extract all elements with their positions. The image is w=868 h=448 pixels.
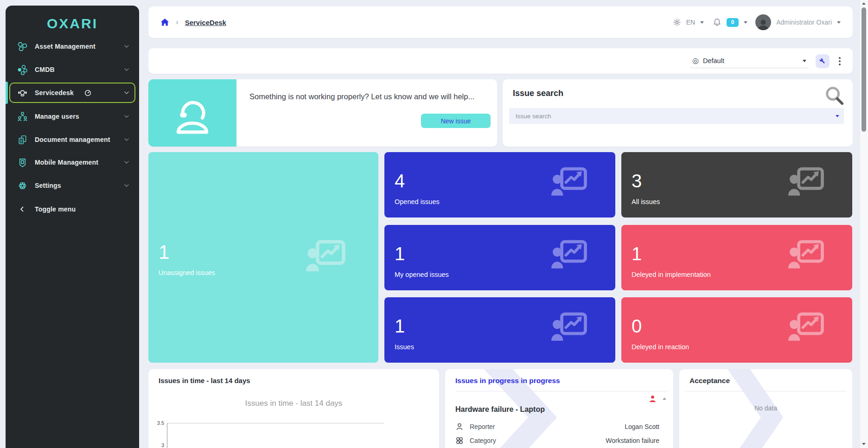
- tile-all-issues[interactable]: 3 All issues: [621, 152, 852, 218]
- sidebar-item-asset-management[interactable]: Asset Management: [10, 36, 134, 57]
- chevron-down-icon: [803, 60, 806, 62]
- app-window: OXARI Asset Management CMDB: [0, 0, 868, 448]
- sidebar-item-label: Settings: [35, 182, 61, 189]
- sidebar-item-label: CMDB: [35, 66, 55, 73]
- hexagon-cluster-icon: [17, 41, 28, 52]
- issues-in-time-card: Issues in time - last 14 days Issues in …: [148, 369, 439, 448]
- issue-search-title: Issue search: [513, 89, 563, 98]
- person-presentation-icon: [551, 240, 587, 269]
- tile-delayed-in-implementation[interactable]: 1 Deleyed in implementation: [621, 225, 852, 290]
- line-chart-plot-area: [167, 423, 384, 448]
- notification-count-badge: 0: [727, 18, 739, 27]
- tile-value: 1: [395, 243, 405, 264]
- issue-search-input[interactable]: [515, 112, 832, 120]
- person-presentation-icon: [788, 240, 824, 269]
- page-scrollbar[interactable]: [860, 0, 868, 448]
- chart-card-title: Issues in time - last 14 days: [159, 377, 250, 384]
- sidebar-item-cmdb[interactable]: CMDB: [10, 59, 134, 80]
- breadcrumb-current-page[interactable]: ServiceDesk: [185, 19, 226, 26]
- chevron-down-icon: [124, 161, 129, 164]
- tile-label: Issues: [395, 343, 414, 351]
- tile-value: 3: [632, 171, 642, 192]
- chevron-down-icon[interactable]: [837, 21, 841, 24]
- nodes-icon: [17, 64, 28, 75]
- tile-value: 1: [395, 316, 405, 337]
- chevron-down-icon: [124, 68, 129, 71]
- issues-in-progress-card: Issues in progress in progress Hardware …: [445, 369, 673, 448]
- chevron-down-icon: [124, 184, 129, 187]
- assignee-person-icon[interactable]: [649, 395, 657, 405]
- tile-value: 0: [632, 316, 642, 337]
- field-label: Reporter: [470, 423, 495, 430]
- scroll-up-arrow[interactable]: [862, 2, 866, 5]
- sidebar: OXARI Asset Management CMDB: [6, 6, 139, 448]
- sort-caret-icon[interactable]: [663, 397, 666, 400]
- issue-field-row: Reporter Logan Scott: [455, 421, 659, 432]
- home-icon[interactable]: [160, 18, 169, 26]
- sidebar-item-label: Mobile Management: [35, 159, 98, 166]
- sidebar-item-document-management[interactable]: Document management: [10, 129, 134, 150]
- settings-gear-icon[interactable]: [673, 18, 681, 26]
- helper-message: Something is not working properly? Let u…: [249, 92, 497, 101]
- toggle-menu-button[interactable]: Toggle menu: [10, 199, 134, 219]
- person-presentation-icon: [551, 167, 587, 196]
- divider: [685, 391, 847, 391]
- search-icon: [824, 85, 845, 108]
- kebab-menu-icon[interactable]: [837, 55, 842, 67]
- category-circles-icon: [455, 436, 464, 445]
- sidebar-item-settings[interactable]: Settings: [10, 175, 134, 196]
- tile-label: Deleyed in reaction: [632, 343, 689, 351]
- sidebar-item-servicedesk[interactable]: Servicedesk: [9, 83, 135, 103]
- sidebar-item-mobile-management[interactable]: Mobile Management: [10, 152, 134, 173]
- bullseye-icon: ◎: [692, 57, 699, 64]
- scroll-down-arrow[interactable]: [862, 443, 866, 445]
- sidebar-item-label: Manage users: [35, 113, 79, 120]
- chevron-down-icon[interactable]: [836, 115, 839, 117]
- gauge-icon: [84, 90, 91, 96]
- person-outline-icon: [455, 422, 464, 431]
- users-group-icon: [17, 111, 28, 122]
- tile-value: 4: [395, 171, 405, 192]
- tile-label: All issues: [632, 198, 660, 205]
- chevron-left-icon: [17, 205, 28, 213]
- new-issue-button[interactable]: New issue: [421, 114, 491, 128]
- sidebar-item-manage-users[interactable]: Manage users: [10, 106, 134, 127]
- chevron-down-icon: [124, 91, 129, 94]
- chevron-down-icon: [124, 45, 129, 48]
- tile-delayed-in-reaction[interactable]: 0 Deleyed in reaction: [621, 297, 852, 363]
- dashboard-toolbar: ◎ Default: [148, 48, 853, 74]
- issue-search-card: Issue search: [503, 79, 853, 147]
- new-issue-helper-card: Something is not working properly? Let u…: [148, 79, 497, 147]
- headset-icon: [17, 88, 28, 98]
- tile-label: Opened issues: [395, 198, 440, 205]
- tablet-icon: [17, 157, 28, 168]
- user-menu[interactable]: Administrator Oxari: [776, 19, 832, 26]
- issue-title[interactable]: Hardware failure - Laptop: [455, 405, 545, 414]
- view-select-value: Default: [703, 57, 724, 64]
- dashboard-view-select[interactable]: ◎ Default: [690, 54, 808, 68]
- chevron-down-icon[interactable]: [744, 21, 747, 24]
- chart-title: Issues in time - last 14 days: [148, 399, 439, 408]
- bell-icon[interactable]: [713, 18, 721, 27]
- tile-issues[interactable]: 1 Issues: [384, 297, 615, 363]
- issue-search-field: [509, 108, 844, 124]
- in-progress-title[interactable]: Issues in progress in progress: [455, 377, 560, 385]
- chevron-down-icon: [124, 138, 129, 141]
- tile-my-opened-issues[interactable]: 1 My opened issues: [384, 225, 615, 290]
- person-presentation-icon: [788, 167, 824, 196]
- no-data-text: No data: [679, 404, 852, 412]
- toggle-menu-label: Toggle menu: [35, 205, 76, 213]
- chevron-down-icon: [124, 115, 129, 118]
- avatar[interactable]: [755, 14, 771, 30]
- chevron-down-icon[interactable]: [700, 21, 704, 24]
- person-presentation-icon: [788, 312, 824, 341]
- tile-unassigned-issues[interactable]: 1 Unassigned issues: [148, 152, 378, 363]
- top-header: › ServiceDesk EN 0 Administrator Oxari: [148, 6, 853, 38]
- language-selector[interactable]: EN: [686, 19, 695, 26]
- breadcrumb-separator: ›: [176, 18, 179, 27]
- scrollbar-thumb[interactable]: [862, 7, 866, 132]
- person-presentation-icon: [306, 239, 346, 272]
- tile-label: Unassigned issues: [159, 269, 215, 276]
- tile-opened-issues[interactable]: 4 Opened issues: [384, 152, 615, 218]
- configure-dashboard-button[interactable]: [816, 54, 830, 68]
